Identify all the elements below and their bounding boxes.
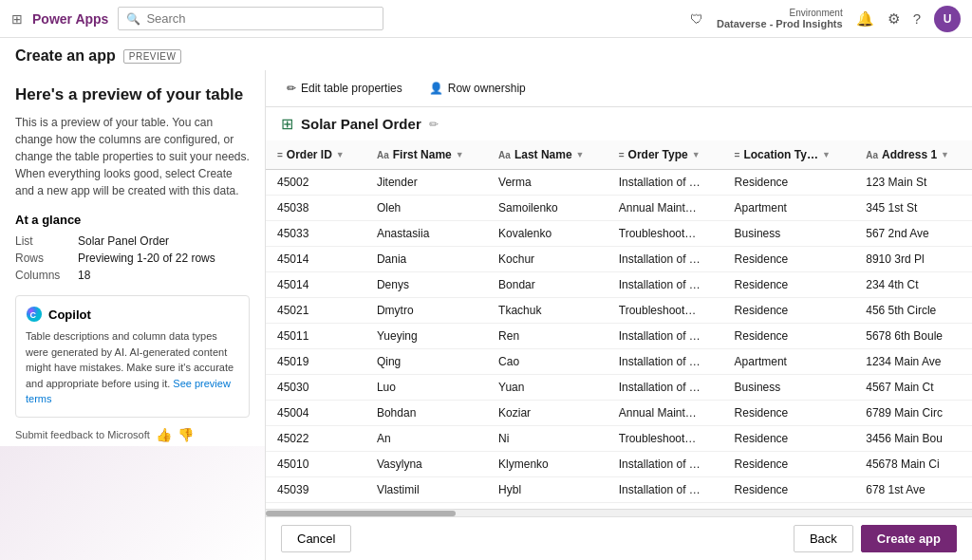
cell-4: Apartment bbox=[723, 349, 855, 375]
col-location-type[interactable]: = Location Ty… ▼ bbox=[723, 140, 855, 170]
table-row: 45011YueyingRenInstallation of …Residenc… bbox=[266, 324, 972, 349]
cell-0: 45011 bbox=[266, 324, 365, 349]
row-ownership-button[interactable]: 👤 Row ownership bbox=[423, 78, 532, 99]
col-order-id[interactable]: = Order ID ▼ bbox=[266, 140, 365, 170]
search-icon: 🔍 bbox=[126, 12, 140, 26]
back-button[interactable]: Back bbox=[794, 525, 853, 552]
cell-1: Yueying bbox=[365, 324, 487, 349]
cell-2: Samoilenko bbox=[487, 196, 608, 221]
settings-icon[interactable]: ⚙ bbox=[888, 10, 900, 28]
cell-0: 45002 bbox=[266, 170, 365, 196]
glance-list-label: List bbox=[15, 234, 72, 248]
cell-4: Business bbox=[723, 221, 855, 247]
right-panel: ✏ Edit table properties 👤 Row ownership … bbox=[266, 70, 972, 560]
cell-2: Kochur bbox=[487, 247, 608, 272]
cell-2: Cao bbox=[487, 349, 608, 375]
page-header: Create an app PREVIEW bbox=[0, 38, 972, 70]
col-last-name[interactable]: Aa Last Name ▼ bbox=[487, 140, 608, 170]
avatar[interactable]: U bbox=[934, 6, 961, 32]
cell-1: Vlastimil bbox=[365, 477, 487, 503]
at-a-glance-title: At a glance bbox=[15, 213, 250, 227]
col-address[interactable]: Aa Address 1 ▼ bbox=[854, 140, 972, 170]
cell-2: Koziar bbox=[487, 401, 608, 426]
app-brand[interactable]: Power Apps bbox=[32, 11, 108, 27]
search-bar[interactable]: 🔍 bbox=[118, 7, 383, 30]
thumbs-up-icon[interactable]: 👍 bbox=[156, 427, 172, 442]
table-row: 45010VasylynaKlymenkoInstallation of …Re… bbox=[266, 452, 972, 477]
cell-5: 678 1st Ave bbox=[854, 477, 972, 503]
table-body: 45002JitenderVermaInstallation of …Resid… bbox=[266, 170, 972, 510]
person-icon: 👤 bbox=[429, 82, 443, 95]
cell-4: Residence bbox=[723, 272, 855, 298]
notification-icon[interactable]: 🔔 bbox=[856, 10, 874, 28]
cell-2: Yuan bbox=[487, 375, 608, 401]
cell-1: Denys bbox=[365, 272, 487, 298]
thumbs-down-icon[interactable]: 👎 bbox=[178, 427, 194, 442]
preview-badge: PREVIEW bbox=[123, 49, 182, 64]
cell-3: Troubleshoot… bbox=[608, 426, 723, 452]
svg-text:C: C bbox=[30, 310, 37, 320]
cell-5: 6789 Main Circ bbox=[854, 401, 972, 426]
col-first-name[interactable]: Aa First Name ▼ bbox=[365, 140, 487, 170]
table-row: 45014DenysBondarInstallation of …Residen… bbox=[266, 272, 972, 298]
cell-4: Residence bbox=[723, 247, 855, 272]
create-app-button[interactable]: Create app bbox=[861, 525, 957, 552]
search-input[interactable] bbox=[146, 11, 375, 26]
sort-icon-first-name: ▼ bbox=[456, 150, 464, 159]
cell-4: Residence bbox=[723, 426, 855, 452]
table-row: 45002JitenderVermaInstallation of …Resid… bbox=[266, 170, 972, 196]
horizontal-scrollbar[interactable] bbox=[266, 509, 972, 516]
help-icon[interactable]: ? bbox=[913, 10, 921, 27]
table-row: 45004BohdanKoziarAnnual Maint…Residence6… bbox=[266, 401, 972, 426]
cell-1: Qing bbox=[365, 349, 487, 375]
cell-4: Apartment bbox=[723, 196, 855, 221]
sort-icon-order-id: ▼ bbox=[336, 150, 345, 159]
top-nav: ⊞ Power Apps 🔍 🛡 Environment Dataverse -… bbox=[0, 0, 972, 38]
data-table: = Order ID ▼ Aa First Name ▼ bbox=[266, 140, 972, 509]
copilot-icon: C bbox=[26, 306, 43, 323]
cancel-button[interactable]: Cancel bbox=[281, 525, 351, 552]
at-a-glance-section: At a glance List Solar Panel Order Rows … bbox=[15, 213, 250, 282]
cell-1: Jitender bbox=[365, 170, 487, 196]
data-table-container[interactable]: = Order ID ▼ Aa First Name ▼ bbox=[266, 140, 972, 509]
left-panel: Here's a preview of your table This is a… bbox=[0, 70, 266, 560]
cell-2: Hybl bbox=[487, 477, 608, 503]
cell-0: 45022 bbox=[266, 426, 365, 452]
cell-3: Installation of … bbox=[608, 452, 723, 477]
cell-0: 45004 bbox=[266, 401, 365, 426]
glance-list-value: Solar Panel Order bbox=[78, 234, 169, 248]
table-row: 45021DmytroTkachukTroubleshoot…Residence… bbox=[266, 298, 972, 324]
sort-icon-address: ▼ bbox=[941, 150, 949, 159]
feedback-row: Submit feedback to Microsoft 👍 👎 bbox=[15, 427, 250, 442]
glance-columns-label: Columns bbox=[15, 269, 72, 282]
copilot-title: Copilot bbox=[48, 308, 91, 322]
col-order-type[interactable]: = Order Type ▼ bbox=[608, 140, 723, 170]
cell-1: Dania bbox=[365, 247, 487, 272]
glance-columns-row: Columns 18 bbox=[15, 269, 250, 282]
table-row: 45022AnNiTroubleshoot…Residence3456 Main… bbox=[266, 426, 972, 452]
feedback-label: Submit feedback to Microsoft bbox=[15, 429, 150, 440]
table-title-row: ⊞ Solar Panel Order ✏ bbox=[266, 107, 972, 140]
table-edit-icon[interactable]: ✏ bbox=[429, 118, 439, 131]
glance-list-row: List Solar Panel Order bbox=[15, 234, 250, 248]
table-grid-icon: ⊞ bbox=[281, 115, 293, 133]
edit-table-props-button[interactable]: ✏ Edit table properties bbox=[281, 78, 408, 99]
nav-right: 🛡 Environment Dataverse - Prod Insights … bbox=[690, 6, 961, 32]
cell-3: Installation of … bbox=[608, 272, 723, 298]
environment-info: Environment Dataverse - Prod Insights bbox=[717, 8, 843, 29]
cell-5: 456 5th Circle bbox=[854, 298, 972, 324]
cell-0: 45021 bbox=[266, 298, 365, 324]
cell-5: 345 1st St bbox=[854, 196, 972, 221]
cell-3: Installation of … bbox=[608, 170, 723, 196]
cell-4: Business bbox=[723, 375, 855, 401]
scrollbar-thumb[interactable] bbox=[266, 511, 456, 516]
cell-0: 45030 bbox=[266, 375, 365, 401]
cell-1: An bbox=[365, 426, 487, 452]
sort-icon-order-type: ▼ bbox=[692, 150, 701, 159]
table-row: 45038OlehSamoilenkoAnnual Maint…Apartmen… bbox=[266, 196, 972, 221]
copilot-text: Table descriptions and column data types… bbox=[26, 328, 239, 407]
col-icon-order-id: = bbox=[277, 150, 283, 160]
col-icon-address: Aa bbox=[866, 150, 878, 160]
cell-5: 123 Main St bbox=[854, 170, 972, 196]
cell-3: Installation of … bbox=[608, 375, 723, 401]
